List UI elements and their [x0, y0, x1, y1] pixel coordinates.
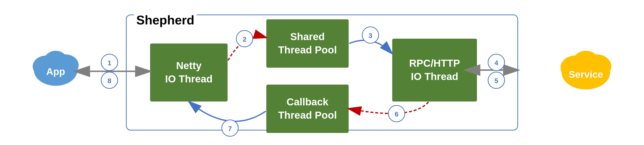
service-cloud: Service — [557, 41, 615, 94]
netty-box: NettyIO Thread — [150, 43, 228, 102]
badge-8 — [101, 72, 118, 88]
rpc-label: RPC/HTTPIO Thread — [409, 57, 460, 83]
shared-pool-label: SharedThread Pool — [278, 30, 337, 57]
app-label: App — [46, 66, 65, 77]
callback-pool-label: CallbackThread Pool — [278, 95, 337, 122]
shared-pool-box: SharedThread Pool — [266, 19, 349, 68]
callback-pool-box: CallbackThread Pool — [266, 85, 349, 133]
badge-1 — [101, 54, 118, 71]
netty-label: NettyIO Thread — [165, 59, 212, 86]
app-cloud: App — [29, 41, 82, 89]
service-label: Service — [569, 69, 603, 80]
shepherd-label: Shepherd — [134, 13, 197, 27]
badge-1-label: 1 — [108, 59, 111, 67]
rpc-box: RPC/HTTPIO Thread — [392, 39, 477, 102]
badge-8-label: 8 — [108, 77, 111, 85]
diagram: App Service Shepherd NettyIO Thread Shar… — [0, 0, 644, 145]
